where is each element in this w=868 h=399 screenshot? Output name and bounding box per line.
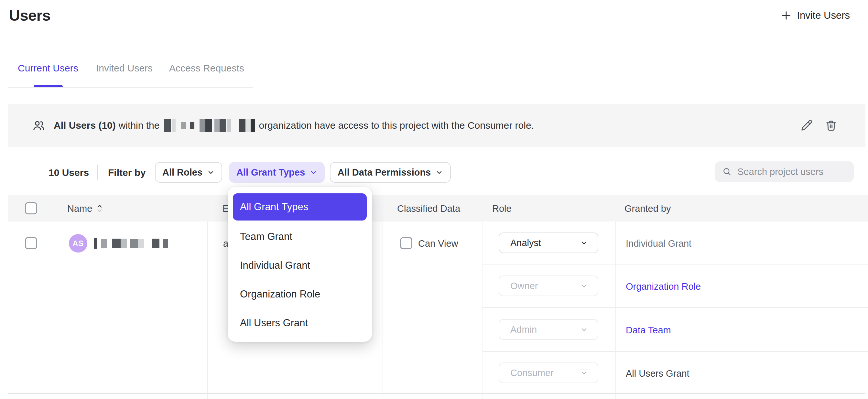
tab-access-requests[interactable]: Access Requests — [169, 63, 244, 74]
menu-item-team-grant[interactable]: Team Grant — [233, 226, 367, 247]
tab-current-users[interactable]: Current Users — [18, 63, 78, 74]
column-divider — [615, 221, 616, 399]
column-divider — [483, 221, 483, 399]
row-divider — [483, 264, 868, 265]
trash-icon — [825, 119, 838, 132]
redacted-organization-name — [164, 119, 255, 132]
page-title: Users — [9, 6, 51, 24]
edit-button[interactable] — [800, 119, 813, 132]
invite-users-label: Invite Users — [797, 10, 850, 21]
granted-by-individual-grant: Individual Grant — [626, 238, 691, 249]
chevron-down-icon — [580, 239, 588, 247]
role-select-admin[interactable]: Admin — [499, 319, 598, 340]
column-header-role: Role — [492, 203, 512, 214]
can-view-checkbox[interactable] — [400, 237, 412, 249]
chevron-down-icon — [580, 282, 588, 290]
chevron-down-icon — [309, 168, 317, 176]
select-all-checkbox[interactable] — [25, 202, 37, 214]
delete-button[interactable] — [825, 119, 838, 132]
row-checkbox[interactable] — [25, 237, 37, 249]
sort-icon — [97, 204, 102, 214]
data-permissions-filter[interactable]: All Data Permissions — [330, 162, 451, 183]
menu-item-individual-grant[interactable]: Individual Grant — [233, 255, 367, 276]
all-roles-filter[interactable]: All Roles — [155, 162, 222, 183]
granted-by-organization-role-link[interactable]: Organization Role — [626, 281, 701, 292]
users-icon — [32, 119, 45, 132]
row-divider — [483, 351, 868, 352]
all-users-banner: All Users (10) within the organization h… — [8, 104, 865, 147]
search-input[interactable] — [737, 166, 846, 177]
filter-by-label: Filter by — [108, 167, 146, 178]
role-select-owner[interactable]: Owner — [499, 275, 598, 296]
column-divider — [382, 221, 383, 399]
search-box[interactable] — [715, 161, 854, 182]
banner-emphasis: All Users (10) — [54, 120, 116, 131]
chevron-down-icon — [207, 168, 215, 176]
banner-message: All Users (10) within the organization h… — [54, 119, 537, 132]
column-header-name[interactable]: Name — [67, 203, 102, 214]
invite-users-button[interactable]: Invite Users — [781, 10, 850, 21]
tab-invited-users[interactable]: Invited Users — [96, 63, 153, 74]
menu-item-all-grant-types[interactable]: All Grant Types — [233, 193, 367, 220]
grant-types-filter[interactable]: All Grant Types — [229, 162, 325, 183]
role-select-analyst[interactable]: Analyst — [499, 233, 598, 253]
role-select-consumer[interactable]: Consumer — [499, 363, 598, 383]
column-header-classified-data: Classified Data — [397, 203, 460, 214]
chevron-down-icon — [580, 326, 588, 333]
table-header-row: Name Email Classified Data Role Granted … — [8, 195, 868, 221]
chevron-down-icon — [435, 168, 443, 176]
chevron-down-icon — [580, 369, 588, 377]
granted-by-all-users-grant: All Users Grant — [626, 368, 689, 379]
avatar: AS — [69, 234, 87, 252]
menu-item-organization-role[interactable]: Organization Role — [233, 284, 367, 305]
row-divider — [483, 307, 868, 308]
plus-icon — [781, 10, 792, 21]
search-icon — [722, 166, 732, 177]
tabs-divider — [8, 87, 253, 88]
column-header-granted-by: Granted by — [624, 203, 671, 214]
user-row-divider — [8, 393, 865, 394]
redacted-user-name — [94, 238, 168, 249]
divider — [97, 165, 98, 180]
can-view-label: Can View — [418, 238, 458, 249]
pencil-icon — [800, 119, 813, 132]
granted-by-data-team-link[interactable]: Data Team — [626, 325, 671, 336]
users-count: 10 Users — [49, 167, 89, 178]
grant-types-dropdown-menu: All Grant Types Team Grant Individual Gr… — [228, 187, 372, 342]
column-divider — [207, 221, 208, 399]
menu-item-all-users-grant[interactable]: All Users Grant — [233, 313, 367, 333]
